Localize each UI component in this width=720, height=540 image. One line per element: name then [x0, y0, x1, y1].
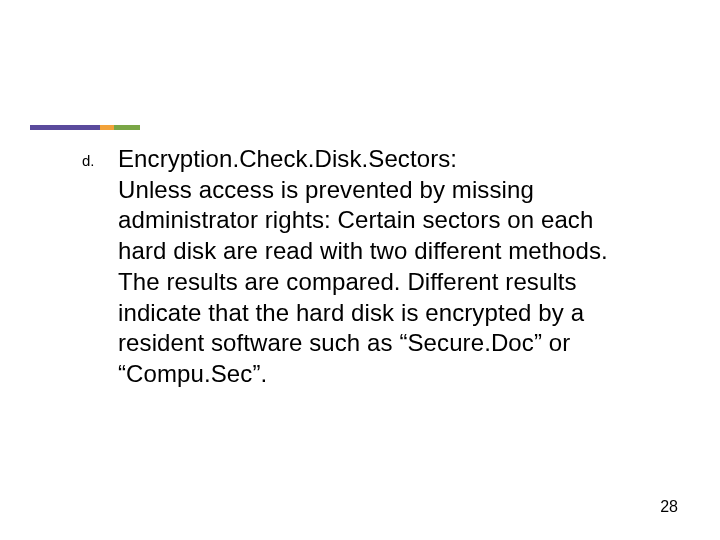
page-number: 28 [660, 498, 678, 516]
body-block: Encryption.Check.Disk.Sectors: Unless ac… [118, 144, 638, 390]
body-text: Unless access is prevented by missing ad… [118, 176, 608, 387]
body-title: Encryption.Check.Disk.Sectors: [118, 144, 638, 175]
accent-segment-green [114, 125, 140, 130]
accent-segment-purple [30, 125, 100, 130]
content-row: d. Encryption.Check.Disk.Sectors: Unless… [82, 144, 660, 390]
accent-segment-orange [100, 125, 114, 130]
accent-bar [30, 125, 140, 130]
list-marker: d. [82, 144, 118, 176]
